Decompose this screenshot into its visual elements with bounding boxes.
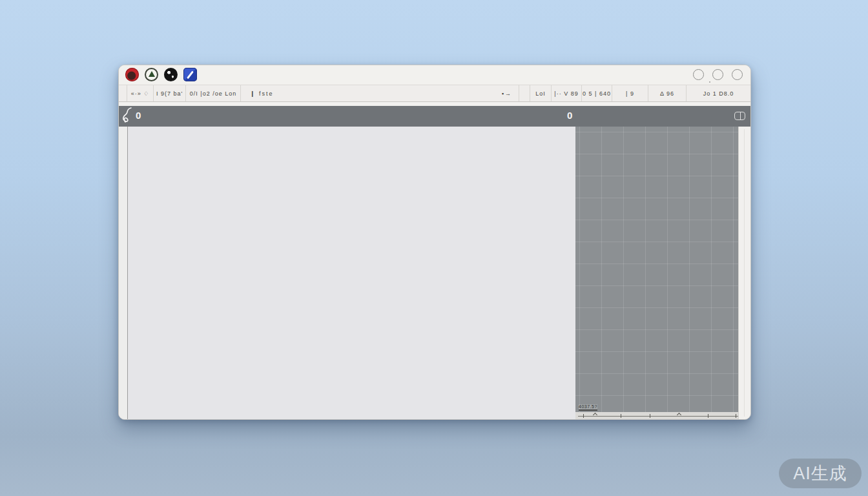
document-header-bar: 0 0 xyxy=(119,106,750,127)
toolbar-overflow-icon[interactable]: ▪→ xyxy=(502,90,512,97)
left-edge-strip xyxy=(119,127,128,419)
toolbar-button-5[interactable]: LoI xyxy=(530,85,552,101)
right-scrollbar-strip[interactable] xyxy=(738,127,750,419)
toolbar: «·» ♢ I 9(7 ba' 0/I |o2 /oe Lon ❙ fste ▪… xyxy=(119,85,750,102)
ruler-tick xyxy=(708,414,708,418)
toolbar-nav-button[interactable]: «·» ♢ xyxy=(127,85,154,101)
app-icon-row xyxy=(125,68,197,81)
window-controls xyxy=(693,69,743,80)
black-ball-icon[interactable] xyxy=(164,68,178,81)
main-canvas[interactable] xyxy=(129,127,575,419)
green-leaf-circle-icon[interactable] xyxy=(145,68,158,81)
leaf-shape xyxy=(149,71,155,77)
pen-slash xyxy=(187,70,194,79)
app-window: «·» ♢ I 9(7 ba' 0/I |o2 /oe Lon ❙ fste ▪… xyxy=(118,65,751,420)
window-control-circle-2[interactable] xyxy=(712,69,723,80)
titlebar-dot xyxy=(709,81,710,83)
titlebar[interactable] xyxy=(119,65,750,85)
window-control-circle-1[interactable] xyxy=(693,69,704,80)
toolbar-button-10[interactable]: Jo 1 D8.0 xyxy=(687,85,750,101)
toolbar-spacer xyxy=(519,85,530,101)
toolbar-button-9[interactable]: Δ 96 xyxy=(648,85,687,101)
header-left-value: 0 xyxy=(136,110,141,121)
header-center-value: 0 xyxy=(567,110,572,121)
content-area: 4037.5? xyxy=(119,127,750,419)
mini-ruler-strip[interactable] xyxy=(575,412,750,419)
ruler-tick xyxy=(650,414,650,418)
split-panes-icon[interactable] xyxy=(734,112,745,120)
toolbar-button-2[interactable]: I 9(7 ba' xyxy=(154,85,186,101)
ruler-tick xyxy=(621,414,621,418)
toolbar-field[interactable]: ❙ fste ▪→ xyxy=(241,85,519,101)
ai-generated-badge: AI生成 xyxy=(779,459,862,488)
ruler-tick xyxy=(736,414,736,418)
blue-pen-square-icon[interactable] xyxy=(183,68,197,81)
toolbar-field-label: ❙ fste xyxy=(250,90,274,97)
toolbar-button-6[interactable]: |·· V 89 xyxy=(552,85,582,101)
toolbar-button-7[interactable]: 0 5 | 640 xyxy=(582,85,612,101)
grid-corner-label: 4037.5? xyxy=(579,404,597,411)
scribble-icon xyxy=(120,107,136,125)
ruler-tick xyxy=(583,414,584,418)
toolbar-button-8[interactable]: | 9 xyxy=(612,85,648,101)
window-control-circle-3[interactable] xyxy=(732,69,743,80)
ruler-line xyxy=(578,416,747,417)
grid-panel[interactable]: 4037.5? xyxy=(575,127,751,412)
red-dot-icon[interactable] xyxy=(125,68,139,81)
toolbar-button-3[interactable]: 0/I |o2 /oe Lon xyxy=(186,85,241,101)
